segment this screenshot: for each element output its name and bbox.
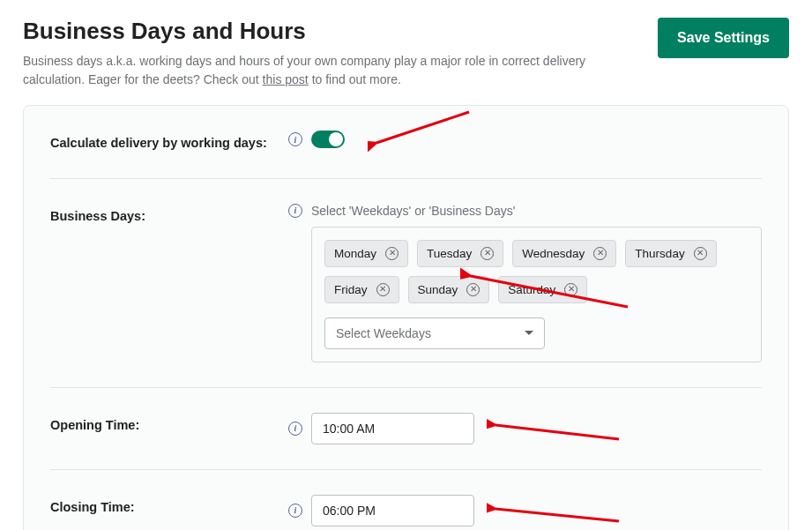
this-post-link[interactable]: this post bbox=[263, 72, 309, 86]
select-weekdays-dropdown[interactable]: Select Weekdays bbox=[324, 317, 545, 349]
info-icon[interactable]: i bbox=[288, 132, 302, 146]
chip-label: Friday bbox=[334, 283, 368, 296]
remove-chip-icon[interactable]: ✕ bbox=[385, 247, 399, 260]
select-placeholder: Select Weekdays bbox=[336, 326, 431, 340]
row-business-days: Business Days: i Select 'Weekdays' or 'B… bbox=[50, 179, 762, 388]
day-chip: Tuesday✕ bbox=[417, 240, 503, 267]
settings-panel: Calculate delivery by working days: i Bu… bbox=[23, 105, 789, 530]
day-chip: Wednesday✕ bbox=[512, 240, 616, 267]
remove-chip-icon[interactable]: ✕ bbox=[564, 283, 577, 296]
chip-label: Thursday bbox=[635, 247, 684, 260]
day-chip: Monday✕ bbox=[324, 240, 408, 267]
closing-time-label: Closing Time: bbox=[50, 495, 288, 518]
remove-chip-icon[interactable]: ✕ bbox=[480, 247, 494, 260]
info-icon[interactable]: i bbox=[288, 422, 302, 436]
info-icon[interactable]: i bbox=[288, 204, 302, 218]
save-settings-button[interactable]: Save Settings bbox=[658, 18, 789, 58]
opening-time-input[interactable] bbox=[311, 413, 474, 444]
business-days-box: Monday✕Tuesday✕Wednesday✕Thursday✕Friday… bbox=[311, 227, 762, 362]
remove-chip-icon[interactable]: ✕ bbox=[593, 247, 607, 260]
chip-label: Saturday bbox=[508, 283, 555, 296]
chevron-down-icon bbox=[525, 331, 533, 335]
remove-chip-icon[interactable]: ✕ bbox=[466, 283, 480, 296]
remove-chip-icon[interactable]: ✕ bbox=[694, 247, 707, 260]
closing-time-input[interactable] bbox=[311, 495, 474, 526]
info-icon[interactable]: i bbox=[288, 504, 302, 518]
row-closing-time: Closing Time: i bbox=[50, 470, 762, 530]
opening-time-label: Opening Time: bbox=[50, 413, 288, 436]
chip-label: Monday bbox=[334, 247, 376, 260]
business-days-label: Business Days: bbox=[50, 204, 288, 227]
page-description: Business days a.k.a. working days and ho… bbox=[23, 52, 587, 89]
business-days-hint: Select 'Weekdays' or 'Business Days' bbox=[311, 204, 762, 218]
row-calculate-by-working-days: Calculate delivery by working days: i bbox=[50, 106, 762, 179]
row-opening-time: Opening Time: i bbox=[50, 388, 762, 470]
chip-label: Sunday bbox=[418, 283, 458, 296]
day-chip: Saturday✕ bbox=[498, 276, 587, 303]
page-title: Business Days and Hours bbox=[23, 18, 587, 45]
chip-label: Wednesday bbox=[522, 247, 585, 260]
day-chip: Sunday✕ bbox=[408, 276, 490, 303]
day-chip: Friday✕ bbox=[324, 276, 399, 303]
remove-chip-icon[interactable]: ✕ bbox=[376, 283, 390, 296]
day-chip: Thursday✕ bbox=[625, 240, 716, 267]
calc-label: Calculate delivery by working days: bbox=[50, 131, 288, 153]
chip-label: Tuesday bbox=[427, 247, 472, 260]
calc-toggle[interactable] bbox=[311, 131, 345, 148]
